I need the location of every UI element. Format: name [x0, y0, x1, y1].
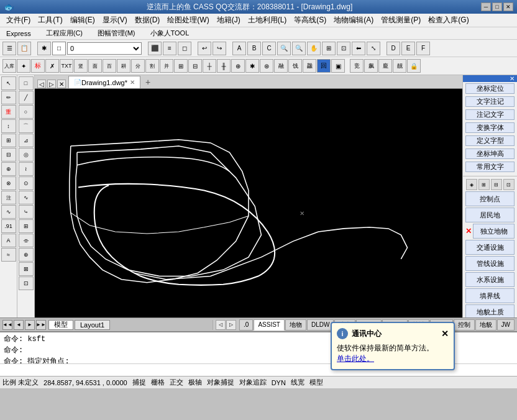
nav-last[interactable]: ►►	[36, 320, 46, 330]
tool-tab-5[interactable]: 地貌	[475, 319, 496, 331]
status-lineweight[interactable]: 线宽	[291, 378, 304, 387]
right-panel-close[interactable]: ✕	[510, 75, 515, 82]
menu-item-l[interactable]: 土地利用(L)	[244, 14, 291, 27]
status-polar[interactable]: 极轴	[188, 378, 202, 387]
tb2-btn-14[interactable]: ┼	[203, 59, 216, 73]
rp-btn-independent[interactable]: 独立地物	[473, 224, 515, 239]
tb2-btn-19[interactable]: 融	[274, 59, 288, 73]
canvas-area[interactable]: ◁ ▷ ✕ 📄 Drawing1.dwg* ✕ +	[35, 75, 462, 317]
tb2-btn-lock[interactable]: 🔒	[407, 59, 421, 73]
tb2-btn-17[interactable]: ✱	[245, 59, 259, 73]
tb2-btn-23[interactable]: ▣	[331, 59, 345, 73]
rp-icon-4[interactable]: ⊡	[503, 179, 515, 190]
tb2-btn-1[interactable]: 入库	[2, 59, 16, 73]
tb-btn-c[interactable]: C	[262, 42, 276, 55]
tool-tab-1[interactable]: 地物	[285, 319, 306, 331]
lt2-btn-8[interactable]: ⊙	[19, 176, 34, 190]
tb-btn-redo[interactable]: ↪	[213, 42, 226, 55]
lt2-btn-14[interactable]: ⊠	[19, 262, 34, 276]
status-grid[interactable]: 栅格	[151, 378, 165, 387]
rp-btn-note-text[interactable]: 注记文字	[465, 109, 515, 120]
add-tab-button[interactable]: +	[142, 76, 154, 88]
tb2-btn-txt[interactable]: TXT	[60, 59, 73, 73]
express-item-tool[interactable]: 小象人TOOL	[147, 27, 193, 39]
tb-btn-zoom-dyn[interactable]: ⤡	[367, 42, 380, 55]
lt-btn-8[interactable]: ⊗	[1, 176, 16, 190]
tb-btn-zoom-in[interactable]: 🔍	[277, 42, 291, 55]
tb-btn-props[interactable]: 📋	[17, 42, 31, 55]
layer-select[interactable]: 0	[67, 42, 142, 55]
lt-btn-1[interactable]: ↖	[1, 76, 16, 90]
lt2-btn-2[interactable]: ╱	[19, 91, 34, 104]
status-otrack[interactable]: 对象追踪	[239, 378, 267, 387]
tab-close[interactable]: ✕	[130, 79, 135, 86]
lt2-btn-10[interactable]: ⤷	[19, 205, 34, 219]
rp-btn-water[interactable]: 水系设施	[465, 272, 515, 287]
nav-prev[interactable]: ◄	[14, 320, 24, 330]
tb-btn-a[interactable]: A	[232, 42, 246, 55]
tb2-btn-15[interactable]: ╫	[217, 59, 231, 73]
tb2-btn-5[interactable]: 竖	[74, 59, 88, 73]
tb-btn-1[interactable]: ⬛	[148, 42, 162, 55]
rp-btn-control[interactable]: 控制点	[465, 191, 515, 206]
tb2-btn-21[interactable]: 龘	[303, 59, 316, 73]
nav-next[interactable]: ►	[25, 320, 35, 330]
tb2-btn-3[interactable]: 标	[31, 59, 45, 73]
tb-btn-pan[interactable]: ✋	[307, 42, 321, 55]
menu-item-t[interactable]: 工具(T)	[34, 14, 66, 27]
lt2-btn-9[interactable]: ∿	[19, 191, 34, 204]
menu-item-p[interactable]: 管线测量(P)	[377, 14, 424, 27]
rp-btn-coord[interactable]: 坐标定位	[465, 83, 515, 94]
status-ortho[interactable]: 正交	[170, 378, 183, 387]
lt-btn-12[interactable]: A	[1, 234, 16, 247]
notif-close-button[interactable]: ✕	[441, 329, 449, 338]
tb2-btn-16[interactable]: ⊕	[231, 59, 245, 73]
status-dyn[interactable]: DYN	[272, 379, 286, 386]
menu-item-e[interactable]: 编辑(E)	[66, 14, 99, 27]
tb2-btn-8[interactable]: 耕	[117, 59, 130, 73]
rp-btn-common-text[interactable]: 常用文字	[465, 162, 515, 172]
tb2-btn-11[interactable]: 并	[160, 59, 173, 73]
lt-btn-5[interactable]: ⊞	[1, 134, 16, 147]
tool-tab-jw[interactable]: JW	[497, 319, 515, 331]
lt2-btn-3[interactable]: ○	[19, 105, 34, 119]
rp-btn-boundary[interactable]: 填界线	[465, 288, 515, 303]
tb2-btn-13[interactable]: ⊟	[188, 59, 202, 73]
drawing-tab[interactable]: 📄 Drawing1.dwg* ✕	[68, 76, 140, 88]
minimize-button[interactable]: ─	[481, 2, 491, 11]
lt2-btn-5[interactable]: ⊿	[19, 134, 34, 147]
tool-tab-0[interactable]: .0	[239, 319, 253, 331]
tb-btn-b[interactable]: B	[247, 42, 261, 55]
lt2-btn-6[interactable]: ◎	[19, 148, 34, 162]
tb-btn-e[interactable]: E	[401, 42, 415, 55]
express-item-m[interactable]: 图幅管理(M)	[94, 27, 139, 39]
tb-btn-match[interactable]: ✱	[37, 42, 51, 55]
rp-btn-terrain[interactable]: 地貌土质	[465, 304, 515, 317]
menu-item-j[interactable]: 地籍(J)	[213, 14, 244, 27]
rp-btn-define-font[interactable]: 定义字型	[465, 135, 515, 146]
close-button[interactable]: ✕	[503, 2, 513, 11]
layout1-tab[interactable]: Layout1	[75, 320, 110, 330]
tb2-btn-26[interactable]: 龐	[378, 59, 392, 73]
model-tab[interactable]: 模型	[48, 320, 73, 330]
notif-link[interactable]: 单击此处。	[337, 354, 374, 363]
menu-item-f[interactable]: 文件(F)	[2, 14, 34, 27]
lt2-btn-13[interactable]: ⊕	[19, 248, 34, 262]
lt-btn-11[interactable]: .91	[1, 219, 16, 233]
rp-icon-3[interactable]: ⊟	[491, 179, 502, 190]
lt-btn-2[interactable]: ✏	[1, 91, 16, 104]
drawing-canvas[interactable]: ✕	[35, 89, 462, 317]
tb-btn-layers[interactable]: ☰	[2, 42, 16, 55]
lt-btn-10[interactable]: ∿	[1, 205, 16, 219]
tb2-btn-27[interactable]: 靓	[393, 59, 406, 73]
menu-item-a[interactable]: 地物编辑(A)	[330, 14, 377, 27]
panel-btn[interactable]: ◁	[37, 80, 46, 88]
tb-btn-color[interactable]: □	[52, 42, 66, 55]
menu-item-d[interactable]: 数据(D)	[131, 14, 164, 27]
panel-btn2[interactable]: ▷	[47, 80, 56, 88]
rp-btn-change-font[interactable]: 变换字体	[465, 122, 515, 133]
maximize-button[interactable]: □	[492, 2, 502, 11]
tb2-btn-9[interactable]: 分	[131, 59, 145, 73]
lt2-btn-15[interactable]: ⊡	[19, 276, 34, 290]
panel-btn3[interactable]: ✕	[57, 80, 66, 88]
